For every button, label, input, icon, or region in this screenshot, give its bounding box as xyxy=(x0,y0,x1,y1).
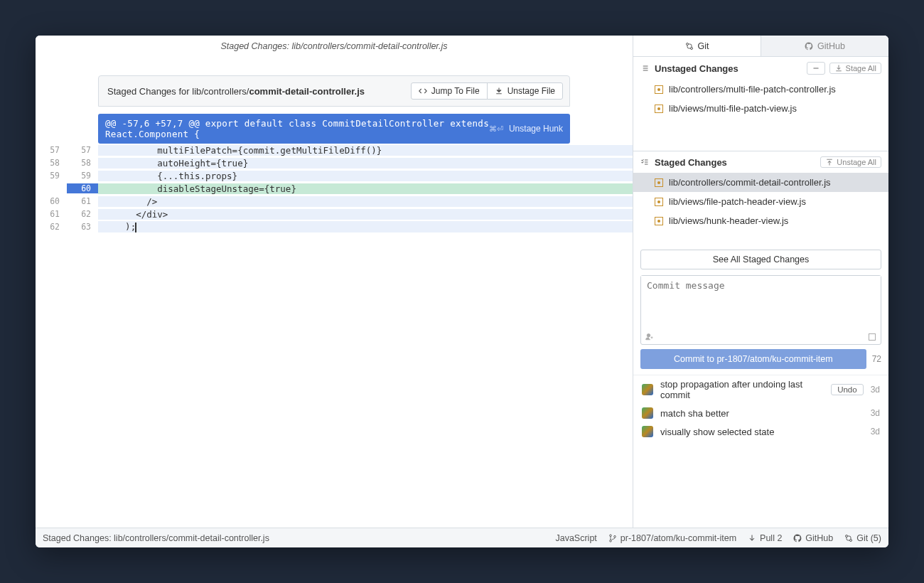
avatar xyxy=(642,426,653,437)
commit-message-box xyxy=(640,275,881,345)
hunk-shortcut: ⌘⏎ xyxy=(489,124,503,134)
patch-header-prefix: Staged Changes for lib/controllers/ xyxy=(107,86,249,97)
stage-all-button[interactable]: Stage All xyxy=(829,63,881,74)
diff-line[interactable]: 5959 {...this.props} xyxy=(36,169,633,182)
diff-line[interactable]: 5858 autoHeight={true} xyxy=(36,156,633,169)
commit-message: stop propagation after undoing last comm… xyxy=(660,379,824,400)
svg-point-7 xyxy=(846,535,848,537)
github-icon xyxy=(805,42,813,50)
jump-to-file-button[interactable]: Jump To File xyxy=(411,82,488,100)
hunk-meta: @@ -57,6 +57,7 @@ export default class C… xyxy=(105,118,489,139)
recent-commits: stop propagation after undoing last comm… xyxy=(633,375,888,441)
cursor xyxy=(135,223,136,232)
file-row[interactable]: lib/controllers/multi-file-patch-control… xyxy=(633,80,888,99)
file-path: lib/views/file-patch-header-view.js xyxy=(669,196,806,207)
gutter-new: 57 xyxy=(67,145,98,155)
file-path: lib/views/multi-file-patch-view.js xyxy=(669,103,797,114)
svg-rect-2 xyxy=(813,68,819,69)
unstaged-list: lib/controllers/multi-file-patch-control… xyxy=(633,80,888,151)
move-up-icon xyxy=(825,158,834,166)
gutter-new: 58 xyxy=(67,158,98,168)
status-branch[interactable]: pr-1807/atom/ku-commit-item xyxy=(608,533,736,543)
svg-rect-3 xyxy=(869,334,876,341)
diff-code: /> xyxy=(98,196,633,207)
diff-code: {...this.props} xyxy=(98,171,633,181)
checklist-icon xyxy=(640,158,649,166)
diff-body[interactable]: 5757 multiFilePatch={commit.getMultiFile… xyxy=(36,144,633,233)
file-row[interactable]: lib/controllers/commit-detail-controller… xyxy=(633,173,888,192)
gutter-old: 58 xyxy=(36,158,67,168)
svg-point-6 xyxy=(613,535,616,537)
commit-age: 3d xyxy=(871,408,880,418)
move-down-icon xyxy=(834,64,843,73)
commit-message: visually show selected state xyxy=(660,427,864,437)
modified-file-icon xyxy=(655,105,663,113)
status-git[interactable]: Git (5) xyxy=(844,533,881,543)
status-github[interactable]: GitHub xyxy=(793,533,833,543)
github-icon xyxy=(793,534,802,542)
git-panel: Git GitHub Unstaged Changes Stage All xyxy=(633,36,888,528)
see-all-staged-button[interactable]: See All Staged Changes xyxy=(640,250,881,269)
expand-icon[interactable] xyxy=(868,333,876,341)
gutter-old: 59 xyxy=(36,171,67,181)
file-row[interactable]: lib/views/multi-file-patch-view.js xyxy=(633,99,888,118)
tab-github[interactable]: GitHub xyxy=(761,36,888,56)
diff-code: multiFilePatch={commit.getMultiFileDiff(… xyxy=(98,145,633,156)
git-compare-icon xyxy=(685,42,694,50)
git-panel-tabs: Git GitHub xyxy=(633,36,888,57)
editor-tab-title: Staged Changes: lib/controllers/commit-d… xyxy=(36,36,633,57)
gutter-new: 60 xyxy=(67,183,98,193)
staged-header: Staged Changes Unstage All xyxy=(633,151,888,173)
unstage-hunk-button[interactable]: ⌘⏎ Unstage Hunk xyxy=(489,124,563,134)
status-pull[interactable]: Pull 2 xyxy=(748,533,782,543)
gutter-old: 60 xyxy=(36,196,67,206)
editor-pane: Staged Changes: lib/controllers/commit-d… xyxy=(36,36,633,528)
coauthor-icon[interactable] xyxy=(645,333,654,341)
svg-point-5 xyxy=(609,540,611,542)
patch-header: Staged Changes for lib/controllers/commi… xyxy=(98,75,570,107)
status-left: Staged Changes: lib/controllers/commit-d… xyxy=(43,533,544,543)
recent-commit-row[interactable]: match sha better3d xyxy=(633,404,888,422)
hunk-header[interactable]: @@ -57,6 +57,7 @@ export default class C… xyxy=(98,114,570,144)
gutter-new: 59 xyxy=(67,171,98,181)
svg-point-0 xyxy=(686,43,688,45)
collapse-button[interactable] xyxy=(807,62,825,75)
file-path: lib/controllers/multi-file-patch-control… xyxy=(669,84,836,95)
unstaged-header: Unstaged Changes Stage All xyxy=(633,57,888,80)
gutter-new: 63 xyxy=(67,222,98,232)
status-language[interactable]: JavaScript xyxy=(555,533,596,543)
file-row[interactable]: lib/views/file-patch-header-view.js xyxy=(633,192,888,211)
diff-line[interactable]: 6061 /> xyxy=(36,195,633,208)
modified-file-icon xyxy=(655,178,663,187)
svg-point-4 xyxy=(609,534,611,536)
diff-line[interactable]: 5757 multiFilePatch={commit.getMultiFile… xyxy=(36,144,633,156)
commit-age: 3d xyxy=(871,385,880,395)
dash-icon xyxy=(812,64,820,73)
avatar xyxy=(642,384,653,395)
undo-button[interactable]: Undo xyxy=(831,384,864,395)
staged-list: lib/controllers/commit-detail-controller… xyxy=(633,173,888,244)
gutter-new: 62 xyxy=(67,209,98,219)
diff-line[interactable]: 6162 </div> xyxy=(36,208,633,220)
svg-point-8 xyxy=(850,539,852,541)
commit-button[interactable]: Commit to pr-1807/atom/ku-commit-item xyxy=(640,349,866,369)
diff-code: </div> xyxy=(98,209,633,220)
commit-message: match sha better xyxy=(660,408,864,419)
diff-line[interactable]: 6263 ); xyxy=(36,220,633,233)
svg-point-1 xyxy=(690,47,692,49)
commit-message-input[interactable] xyxy=(641,276,881,331)
diff-code: ); xyxy=(98,221,633,232)
tab-git[interactable]: Git xyxy=(633,36,761,56)
unstage-file-button[interactable]: Unstage File xyxy=(487,82,563,100)
arrow-down-icon xyxy=(748,534,756,542)
diff-line[interactable]: 60 disableStageUnstage={true} xyxy=(36,182,633,195)
recent-commit-row[interactable]: stop propagation after undoing last comm… xyxy=(633,375,888,404)
file-row[interactable]: lib/views/hunk-header-view.js xyxy=(633,211,888,230)
unstage-all-button[interactable]: Unstage All xyxy=(820,156,881,168)
modified-file-icon xyxy=(655,198,663,206)
move-down-icon xyxy=(495,87,503,95)
status-bar: Staged Changes: lib/controllers/commit-d… xyxy=(36,528,888,547)
main-area: Staged Changes: lib/controllers/commit-d… xyxy=(36,36,888,528)
recent-commit-row[interactable]: visually show selected state3d xyxy=(633,422,888,441)
app-window: Staged Changes: lib/controllers/commit-d… xyxy=(36,36,888,547)
